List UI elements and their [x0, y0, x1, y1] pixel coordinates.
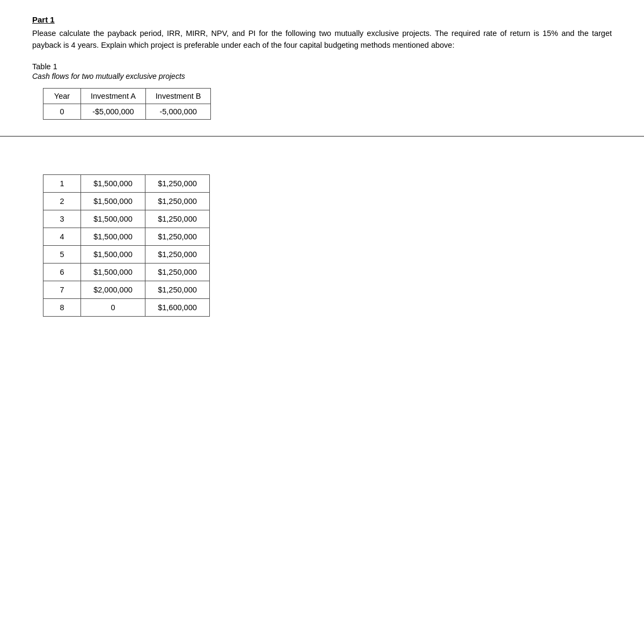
top-table: Year Investment A Investment B 0-$5,000,…: [43, 88, 211, 120]
table-row: 4$1,500,000$1,250,000: [43, 228, 210, 245]
header-year: Year: [43, 88, 81, 104]
cell-inv-a: $1,500,000: [81, 210, 145, 228]
cell-inv-b: $1,250,000: [145, 281, 210, 298]
table-row: 3$1,500,000$1,250,000: [43, 210, 210, 228]
cell-inv-a: $1,500,000: [81, 263, 145, 281]
table-label: Table 1: [32, 62, 612, 71]
cell-inv-a: $2,000,000: [81, 281, 145, 298]
cell-year: 2: [43, 192, 81, 210]
table-row: 2$1,500,000$1,250,000: [43, 192, 210, 210]
cell-inv-b: $1,250,000: [145, 228, 210, 245]
description-text: Please calculate the payback period, IRR…: [32, 27, 612, 52]
table-row: 5$1,500,000$1,250,000: [43, 245, 210, 263]
cell-year: 0: [43, 104, 81, 119]
cell-year: 3: [43, 210, 81, 228]
table-row: 1$1,500,000$1,250,000: [43, 174, 210, 192]
cell-inv-b: $1,600,000: [145, 298, 210, 316]
bottom-table: 1$1,500,000$1,250,0002$1,500,000$1,250,0…: [43, 174, 210, 317]
cell-inv-a: -$5,000,000: [81, 104, 146, 119]
table-row: 6$1,500,000$1,250,000: [43, 263, 210, 281]
page-bottom-section: 1$1,500,000$1,250,0002$1,500,000$1,250,0…: [0, 137, 644, 333]
cell-inv-a: $1,500,000: [81, 192, 145, 210]
table-row: 7$2,000,000$1,250,000: [43, 281, 210, 298]
cell-year: 1: [43, 174, 81, 192]
cell-inv-a: 0: [81, 298, 145, 316]
cell-inv-a: $1,500,000: [81, 245, 145, 263]
table-row: 0-$5,000,000-5,000,000: [43, 104, 211, 119]
cell-inv-b: -5,000,000: [145, 104, 211, 119]
part-heading: Part 1: [32, 15, 612, 24]
cell-inv-b: $1,250,000: [145, 192, 210, 210]
cell-inv-a: $1,500,000: [81, 228, 145, 245]
cell-inv-b: $1,250,000: [145, 245, 210, 263]
cell-inv-a: $1,500,000: [81, 174, 145, 192]
cell-year: 7: [43, 281, 81, 298]
table-row: 80$1,600,000: [43, 298, 210, 316]
cell-inv-b: $1,250,000: [145, 210, 210, 228]
page-top-section: Part 1 Please calculate the payback peri…: [0, 0, 644, 137]
cell-inv-b: $1,250,000: [145, 263, 210, 281]
bottom-table-wrapper: 1$1,500,000$1,250,0002$1,500,000$1,250,0…: [32, 174, 612, 317]
header-investment-a: Investment A: [81, 88, 146, 104]
cell-inv-b: $1,250,000: [145, 174, 210, 192]
cell-year: 6: [43, 263, 81, 281]
cell-year: 8: [43, 298, 81, 316]
cell-year: 5: [43, 245, 81, 263]
cell-year: 4: [43, 228, 81, 245]
table-caption: Cash flows for two mutually exclusive pr…: [32, 72, 612, 80]
header-investment-b: Investment B: [145, 88, 211, 104]
